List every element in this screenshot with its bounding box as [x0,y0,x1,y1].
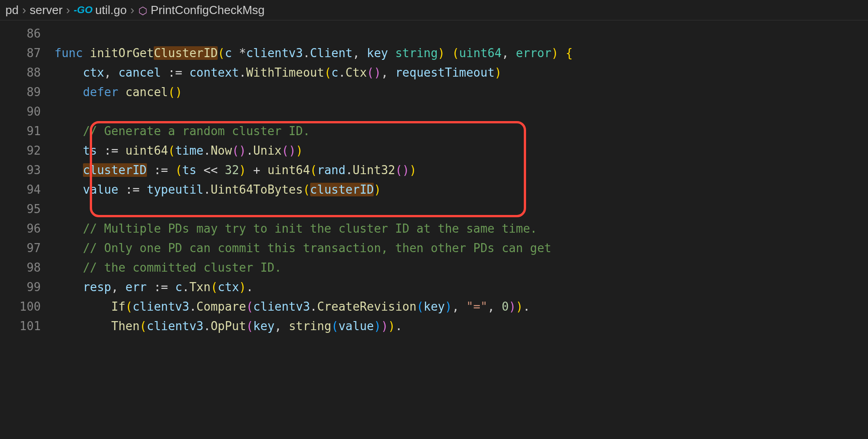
function-name: initOrGet [90,46,154,60]
line-number: 92 [0,141,54,161]
code-line[interactable]: 94 value := typeutil.Uint64ToBytes(clust… [0,180,868,200]
comment: // the committed cluster ID. [83,261,282,274]
code-line[interactable]: 89 defer cancel() [0,83,868,102]
breadcrumb-seg-server[interactable]: server [30,3,63,17]
breadcrumb-seg-symbol[interactable]: PrintConfigCheckMsg [151,3,264,17]
code-line[interactable]: 86 [0,24,868,44]
chevron-right-icon: › [130,3,134,17]
go-file-icon: -GO [74,4,93,16]
line-number: 86 [0,24,54,44]
line-number: 88 [0,63,54,83]
line-number: 98 [0,258,54,278]
chevron-right-icon: › [66,3,70,17]
line-number: 87 [0,44,54,63]
code-line[interactable]: 96 // Multiple PDs may try to init the c… [0,219,868,239]
line-number: 97 [0,239,54,258]
breadcrumb-seg-pd[interactable]: pd [5,3,19,17]
variable-highlight: clusterID [310,183,374,196]
code-line[interactable]: 98 // the committed cluster ID. [0,258,868,278]
code-line[interactable]: 99 resp, err := c.Txn(ctx). [0,278,868,297]
function-name-highlight: ClusterID [154,46,218,60]
line-number: 90 [0,102,54,122]
breadcrumb[interactable]: pd › server › -GO util.go › PrintConfigC… [0,0,868,20]
code-line[interactable]: 101 Then(clientv3.OpPut(key, string(valu… [0,317,868,336]
keyword-func: func [54,46,83,60]
code-line[interactable]: 88 ctx, cancel := context.WithTimeout(c.… [0,63,868,83]
line-number: 100 [0,297,54,317]
code-line[interactable]: 90 [0,102,868,122]
code-editor[interactable]: 86 87 func initOrGetClusterID(c *clientv… [0,20,868,336]
chevron-right-icon: › [22,3,26,17]
line-number: 96 [0,219,54,239]
line-number: 89 [0,83,54,102]
code-line[interactable]: 97 // Only one PD can commit this transa… [0,239,868,258]
comment: // Only one PD can commit this transacti… [83,241,551,255]
code-line[interactable]: 100 If(clientv3.Compare(clientv3.CreateR… [0,297,868,317]
variable-highlight: clusterID [83,163,147,177]
comment: // Generate a random cluster ID. [83,124,310,138]
breadcrumb-seg-file[interactable]: util.go [95,3,127,17]
line-number: 99 [0,278,54,297]
code-line[interactable]: 91 // Generate a random cluster ID. [0,122,868,141]
code-line[interactable]: 93 clusterID := (ts << 32) + uint64(rand… [0,161,868,180]
comment: // Multiple PDs may try to init the clus… [83,222,537,235]
line-number: 93 [0,161,54,180]
line-number: 91 [0,122,54,141]
code-line[interactable]: 95 [0,200,868,219]
code-line[interactable]: 87 func initOrGetClusterID(c *clientv3.C… [0,44,868,63]
line-number: 94 [0,180,54,200]
line-number: 95 [0,200,54,219]
code-line[interactable]: 92 ts := uint64(time.Now().Unix()) [0,141,868,161]
line-number: 101 [0,317,54,336]
symbol-function-icon [138,3,148,17]
